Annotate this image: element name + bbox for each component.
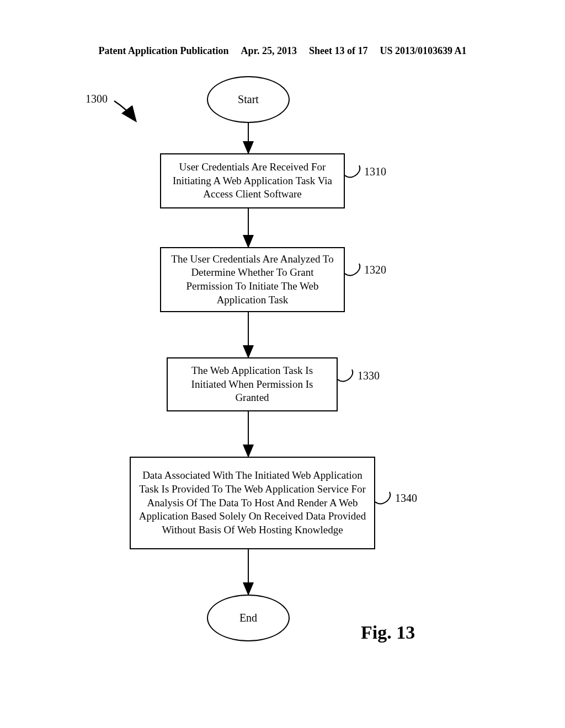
header-sheet: Sheet 13 of 17 (309, 45, 368, 57)
ref-1340: 1340 (395, 492, 417, 505)
step-1340-box: Data Associated With The Initiated Web A… (130, 457, 375, 549)
ref-1320: 1320 (364, 264, 386, 276)
ref-1330: 1330 (358, 370, 380, 382)
header-publication: Patent Application Publication (99, 45, 229, 57)
ref-main-label: 1300 (86, 93, 108, 105)
step-1310-box: User Credentials Are Received For Initia… (160, 153, 345, 208)
flowchart-diagram: 1300 Start User Credentials Are Received… (0, 71, 565, 677)
start-terminal: Start (207, 76, 290, 123)
step-1340-text: Data Associated With The Initiated Web A… (138, 469, 366, 537)
step-1320-box: The User Credentials Are Analyzed To Det… (160, 247, 345, 312)
step-1320-text: The User Credentials Are Analyzed To Det… (169, 253, 336, 307)
header-docnum: US 2013/0103639 A1 (380, 45, 466, 57)
start-label: Start (238, 93, 259, 106)
figure-label: Fig. 13 (361, 622, 415, 643)
header-date: Apr. 25, 2013 (241, 45, 297, 57)
ref-1310: 1310 (364, 165, 386, 178)
page-header: Patent Application Publication Apr. 25, … (0, 45, 565, 57)
end-label: End (239, 612, 257, 624)
step-1310-text: User Credentials Are Received For Initia… (169, 160, 336, 201)
step-1330-box: The Web Application Task Is Initiated Wh… (167, 357, 338, 411)
step-1330-text: The Web Application Task Is Initiated Wh… (175, 364, 329, 405)
end-terminal: End (207, 595, 290, 641)
